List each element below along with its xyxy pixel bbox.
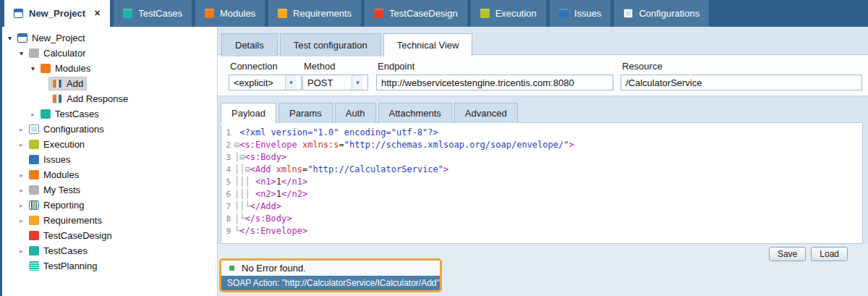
line-number: 6 [221,188,234,200]
tree-item-add-response[interactable]: Add Response [2,91,217,106]
payload-tab-payload[interactable]: Payload [221,103,276,123]
chevron-down-icon[interactable]: ▾ [285,75,297,90]
tree-item-label: Modules [55,63,90,74]
tree-item-execution[interactable]: ▸Execution [2,137,217,152]
tree-item-reporting[interactable]: ▸Reporting [2,198,217,213]
request-form: Connection Method Endpoint Resource <exp… [218,54,868,96]
tree-item-label: Calculator [43,48,86,59]
detail-tab-technical-view[interactable]: Technical View [383,33,473,56]
payload-tab-auth[interactable]: Auth [335,103,376,123]
tree-item-new_project[interactable]: ▾New_Project [2,30,217,46]
code-text: │││ <n2>1</n2> [234,188,307,200]
code-line[interactable]: 9└</s:Envelope> [221,225,862,237]
expanded-arrow-icon[interactable]: ▾ [17,49,26,57]
tab-label: Modules [220,8,255,19]
tree-item-label: Add [67,78,83,89]
collapsed-arrow-icon[interactable]: ▸ [17,172,26,179]
tree-item-requirements[interactable]: ▸Requirements [2,213,217,228]
tree-item-content: Requirements [26,214,105,227]
collapsed-arrow-icon[interactable]: ▸ [17,141,26,148]
expanded-arrow-icon[interactable]: ▾ [28,64,38,72]
endpoint-input[interactable]: http://webservicetestengine.tricentis.co… [376,75,613,90]
chevron-down-icon[interactable]: ▾ [352,75,363,90]
method-select[interactable]: POST ▾ [302,75,368,90]
collapsed-arrow-icon[interactable]: ▸ [17,248,26,255]
line-number: 5 [221,176,234,188]
main-tab-requirements[interactable]: Requirements [268,0,361,27]
status-ok-icon [229,266,234,271]
folder-gray-icon [29,48,39,58]
tree-item-testcasedesign[interactable]: TestCaseDesign [2,228,217,243]
main-tab-issues[interactable]: Issues [550,0,611,27]
connection-label: Connection [230,61,278,72]
tree-item-label: Reporting [43,200,84,211]
collapsed-arrow-icon[interactable]: ▸ [17,126,26,133]
tree-item-modules[interactable]: ▸Modules [2,167,217,182]
tree-item-content: TestCaseDesign [26,229,115,242]
tree-item-content: TestPlanning [26,260,100,272]
detail-tab-test-configuration[interactable]: Test configuration [280,33,381,56]
soap-action-text: SOAP Action: "http://CalculatorService/I… [227,278,440,288]
collapsed-arrow-icon[interactable]: ▸ [17,217,26,224]
expanded-arrow-icon[interactable]: ▾ [5,34,14,42]
payload-editor[interactable]: 1 <?xml version="1.0" encoding="utf-8"?>… [221,122,863,244]
payload-tab-bar: PayloadParamsAuthAttachmentsAdvanced [221,103,518,123]
tab-label: Execution [495,8,537,19]
folder-teal-icon [123,9,132,18]
main-tab-configurations[interactable]: Configurations [614,0,709,27]
code-line[interactable]: 8│└</s:Body> [221,213,862,225]
code-line[interactable]: 2⊟<s:Envelope xmlns:s="http://schemas.xm… [221,139,862,151]
tree-item-label: Requirements [43,215,102,226]
tree-item-label: New_Project [32,33,85,43]
code-line[interactable]: 6│││ <n2>1</n2> [221,188,862,200]
tree-item-add[interactable]: Add [2,76,217,91]
connection-select[interactable]: <explicit> ▾ [229,75,302,90]
save-button[interactable]: Save [769,247,806,261]
payload-tab-params[interactable]: Params [278,103,333,123]
tree-item-calculator[interactable]: ▾Calculator [2,46,217,61]
line-number: 4 [221,164,234,176]
code-line[interactable]: 3│⊟<s:Body> [221,151,862,164]
code-line[interactable]: 1 <?xml version="1.0" encoding="utf-8"?> [221,127,862,139]
tree-item-label: TestCases [55,109,99,119]
endpoint-value: http://webservicetestengine.tricentis.co… [381,77,574,88]
main-tab-testcasedesign[interactable]: TestCaseDesign [365,0,467,27]
project-tree: ▾New_Project▾Calculator▾ModulesAddAdd Re… [2,27,218,296]
module-icon [52,94,62,103]
tab-label: Requirements [293,8,352,19]
payload-tab-attachments[interactable]: Attachments [378,103,452,123]
collapsed-arrow-icon[interactable]: ▸ [28,111,38,118]
tree-item-testcases[interactable]: ▸TestCases [2,106,217,122]
detail-tab-details[interactable]: Details [221,33,278,56]
collapsed-arrow-icon[interactable]: ▸ [17,202,26,209]
folder-red-icon [374,9,383,18]
code-line[interactable]: 5│││ <n1>1</n1> [221,176,862,188]
code-line[interactable]: 7││└</Add> [221,200,862,213]
code-text: └</s:Envelope> [234,225,307,237]
code-line[interactable]: 4││⊟<Add xmlns="http://CalculatorService… [221,164,862,176]
load-button[interactable]: Load [811,247,848,261]
folder-gray-icon [29,185,39,195]
tree-item-issues[interactable]: Issues [2,152,217,167]
method-label: Method [304,61,335,72]
tree-item-testcases[interactable]: ▸TestCases [2,243,217,258]
main-tab-new_project[interactable]: New_Project✕ [4,0,110,27]
collapsed-arrow-icon[interactable]: ▸ [17,187,26,194]
resource-input[interactable]: /CalculatorService [621,75,862,90]
resource-label: Resource [622,61,663,72]
payload-tab-advanced[interactable]: Advanced [454,103,518,123]
tree-item-configurations[interactable]: ▸Configurations [2,122,217,137]
tree-item-testplanning[interactable]: TestPlanning [2,258,217,274]
testplanning-icon [29,261,39,271]
tab-label: Configurations [639,8,699,19]
code-text: <?xml version="1.0" encoding="utf-8"?> [234,127,438,139]
main-tab-testcases[interactable]: TestCases [114,0,192,27]
tree-item-modules[interactable]: ▾Modules [2,61,217,76]
close-tab-icon[interactable]: ✕ [94,9,101,18]
reporting-icon [29,200,39,210]
folder-teal-icon [41,109,51,119]
method-value: POST [307,77,333,88]
main-tab-modules[interactable]: Modules [195,0,265,27]
tree-item-my-tests[interactable]: ▸My Tests [2,182,217,198]
main-tab-execution[interactable]: Execution [471,0,546,27]
